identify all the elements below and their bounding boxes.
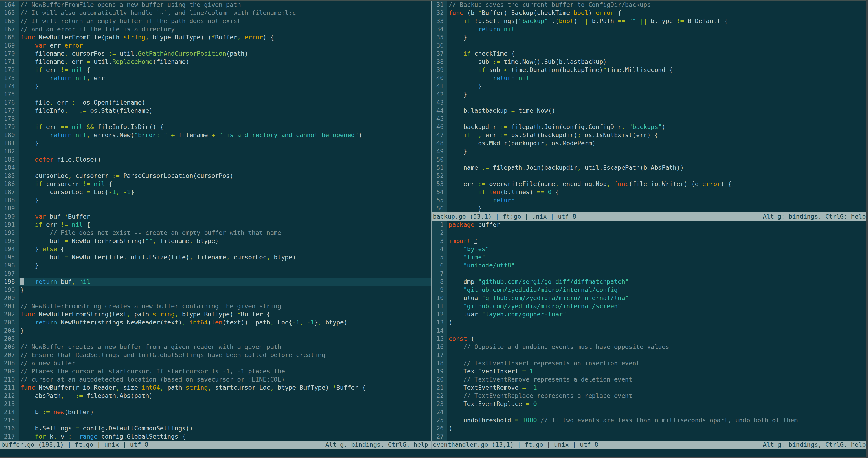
code-line[interactable]: 170 filename, cursorPos := util.GetPathA… [0, 50, 431, 58]
code-line[interactable]: 206// NewBuffer creates a new buffer fro… [0, 343, 431, 351]
code-line[interactable]: 53 err := overwriteFile(name, encoding.N… [432, 180, 868, 188]
code-line[interactable]: 201// NewBufferFromString creates a new … [0, 302, 431, 310]
code-line[interactable]: 172 if err != nil { [0, 66, 431, 74]
code-line[interactable]: 9 "github.com/zyedidia/micro/internal/co… [432, 286, 868, 294]
code-line[interactable]: 34 return nil [432, 25, 868, 33]
code-line[interactable]: 32func (b *Buffer) Backup(checkTime bool… [432, 9, 868, 17]
code-line[interactable]: 40 return nil [432, 74, 868, 82]
code-line[interactable]: 199} [0, 286, 431, 294]
code-line[interactable]: 13) [432, 318, 868, 326]
code-line[interactable]: 14 [432, 326, 868, 335]
code-line[interactable]: 17 [432, 351, 868, 359]
code-line[interactable]: 180 return nil, errors.New("Error: " + f… [0, 131, 431, 139]
code-line[interactable]: 27 [432, 432, 868, 440]
code-line[interactable]: 205 [0, 335, 431, 343]
code-line[interactable]: 43 [432, 98, 868, 107]
code-line[interactable]: 56 } [432, 204, 868, 212]
editor-pane-buffer-go[interactable]: 164// NewBufferFromFile opens a new buff… [0, 1, 431, 440]
code-line[interactable]: 6 "unicode/utf8" [432, 261, 868, 269]
code-line[interactable]: 49 } [432, 147, 868, 155]
code-line[interactable]: 47 if _, err := os.Stat(backupdir); os.I… [432, 131, 868, 139]
code-line[interactable]: 55 return [432, 196, 868, 204]
code-line[interactable]: 200 [0, 294, 431, 302]
code-line[interactable]: 52 [432, 172, 868, 180]
code-line[interactable]: 177 fileInfo, _ := os.Stat(filename) [0, 107, 431, 115]
code-line[interactable]: 202func NewBufferFromString(text, path s… [0, 310, 431, 318]
editor-pane-backup-go[interactable]: 31// Backup saves the current buffer to … [432, 1, 868, 212]
code-line[interactable]: 45 [432, 115, 868, 123]
code-line[interactable]: 182 [0, 147, 431, 155]
code-line[interactable]: 23 TextEventReplace = 0 [432, 400, 868, 408]
code-line[interactable]: 191 if err != nil { [0, 221, 431, 229]
code-line[interactable]: 208// a new buffer [0, 359, 431, 367]
code-line[interactable]: 174 } [0, 82, 431, 90]
code-line[interactable]: 167// and an error if the file is a dire… [0, 25, 431, 33]
code-line[interactable]: 36 [432, 41, 868, 50]
code-line[interactable]: 164// NewBufferFromFile opens a new buff… [0, 1, 431, 9]
code-line[interactable]: 190 var buf *Buffer [0, 212, 431, 221]
code-line[interactable]: 19 TextEventInsert = 1 [432, 367, 868, 375]
code-line[interactable]: 26) [432, 424, 868, 432]
code-line[interactable]: 50 [432, 155, 868, 164]
code-line[interactable]: 51 name := filepath.Join(backupdir, util… [432, 164, 868, 172]
code-line[interactable]: 24 [432, 408, 868, 416]
code-line[interactable]: 192 // File does not exist -- create an … [0, 229, 431, 237]
code-line[interactable]: 2 [432, 229, 868, 237]
code-line[interactable]: 18 // TextEventInsert represents an inse… [432, 359, 868, 367]
code-line[interactable]: 189 [0, 204, 431, 212]
code-line[interactable]: 11 "github.com/zyedidia/micro/internal/s… [432, 302, 868, 310]
code-line[interactable]: 210// cursor at an autodetected location… [0, 375, 431, 383]
code-line[interactable]: 31// Backup saves the current buffer to … [432, 1, 868, 9]
code-line[interactable]: 166// It will return an empty buffer if … [0, 17, 431, 25]
code-line[interactable]: 5 "time" [432, 253, 868, 261]
code-line[interactable]: 171 filename, err = util.ReplaceHome(fil… [0, 58, 431, 66]
code-line[interactable]: 204} [0, 326, 431, 335]
code-line[interactable]: 39 if sub < time.Duration(backupTime)*ti… [432, 66, 868, 74]
code-line[interactable]: 44 b.lastbackup = time.Now() [432, 107, 868, 115]
code-line[interactable]: 21 TextEventRemove = -1 [432, 383, 868, 392]
code-line[interactable]: 25 undoThreshold = 1000 // If two events… [432, 416, 868, 424]
code-line[interactable]: 207// Ensure that ReadSettings and InitG… [0, 351, 431, 359]
code-line[interactable]: 10 ulua "github.com/zyedidia/micro/inter… [432, 294, 868, 302]
code-line[interactable]: 12 luar "layeh.com/gopher-luar" [432, 310, 868, 318]
code-line[interactable]: 8 dmp "github.com/sergi/go-diff/diffmatc… [432, 278, 868, 286]
code-line[interactable]: 186 if cursorerr != nil { [0, 180, 431, 188]
code-line[interactable]: 176 file, err := os.Open(filename) [0, 98, 431, 107]
code-line[interactable]: 168func NewBufferFromFile(path string, b… [0, 33, 431, 41]
code-line[interactable]: 42 } [432, 90, 868, 98]
code-line[interactable]: 185 cursorLoc, cursorerr := ParseCursorL… [0, 172, 431, 180]
code-line[interactable]: 215 [0, 416, 431, 424]
code-line[interactable]: 187 cursorLoc = Loc{-1, -1} [0, 188, 431, 196]
code-line[interactable]: 194 } else { [0, 245, 431, 253]
code-line[interactable]: 183 defer file.Close() [0, 155, 431, 164]
code-line[interactable]: 212 absPath, _ := filepath.Abs(path) [0, 392, 431, 400]
code-line[interactable]: 217 for k, v := range config.GlobalSetti… [0, 432, 431, 440]
code-line[interactable]: 169 var err error [0, 41, 431, 50]
code-line[interactable]: 3import ( [432, 237, 868, 245]
code-line[interactable]: 211func NewBuffer(r io.Reader, size int6… [0, 383, 431, 392]
code-line[interactable]: 188 } [0, 196, 431, 204]
code-line[interactable]: 20 // TextEventRemove represents a delet… [432, 375, 868, 383]
code-line[interactable]: 203 return NewBuffer(strings.NewReader(t… [0, 318, 431, 326]
code-line[interactable]: 175 [0, 90, 431, 98]
code-line[interactable]: 46 backupdir := filepath.Join(config.Con… [432, 123, 868, 131]
code-line[interactable]: 1package buffer [432, 221, 868, 229]
code-line[interactable]: 7 [432, 269, 868, 278]
code-line[interactable]: 179 if err == nil && fileInfo.IsDir() { [0, 123, 431, 131]
code-line[interactable]: 209// Places the cursor at startcursor. … [0, 367, 431, 375]
code-line[interactable]: 184 [0, 164, 431, 172]
code-line[interactable]: 195 buf = NewBuffer(file, util.FSize(fil… [0, 253, 431, 261]
code-line[interactable]: 15const ( [432, 335, 868, 343]
code-line[interactable]: 181 } [0, 139, 431, 147]
code-line[interactable]: 165// It will also automatically handle … [0, 9, 431, 17]
command-bar[interactable] [0, 449, 868, 457]
code-line[interactable]: 35 } [432, 33, 868, 41]
code-line[interactable]: 198 return buf, nil [0, 278, 431, 286]
code-line[interactable]: 16 // Opposite and undoing events must h… [432, 343, 868, 351]
code-line[interactable]: 4 "bytes" [432, 245, 868, 253]
code-line[interactable]: 37 if checkTime { [432, 50, 868, 58]
code-line[interactable]: 48 os.Mkdir(backupdir, os.ModePerm) [432, 139, 868, 147]
editor-pane-eventhandler-go[interactable]: 1package buffer23import (4 "bytes"5 "tim… [432, 221, 868, 440]
code-line[interactable]: 213 [0, 400, 431, 408]
code-line[interactable]: 178 [0, 115, 431, 123]
